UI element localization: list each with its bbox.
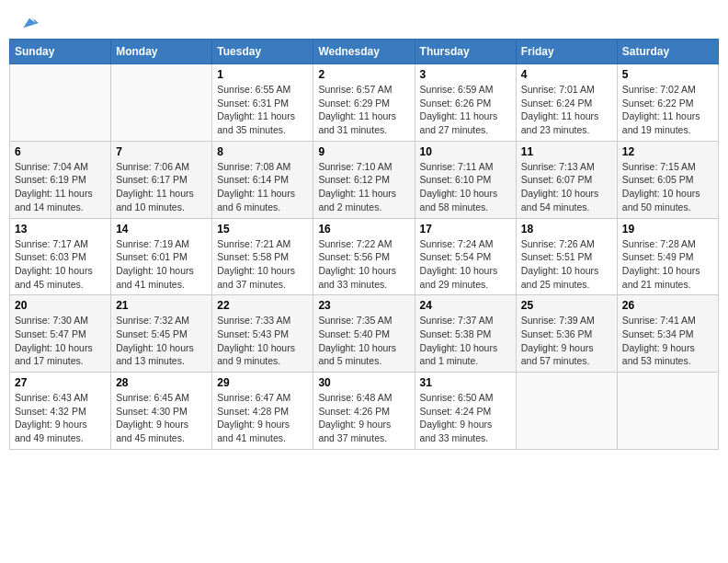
- day-number: 15: [217, 223, 308, 236]
- day-detail: Sunrise: 6:43 AM Sunset: 4:32 PM Dayligh…: [15, 391, 106, 445]
- calendar-day-header: Sunday: [10, 40, 111, 64]
- calendar-cell: 30Sunrise: 6:48 AM Sunset: 4:26 PM Dayli…: [313, 373, 415, 450]
- calendar-cell: 29Sunrise: 6:47 AM Sunset: 4:28 PM Dayli…: [212, 373, 313, 450]
- calendar-cell: 8Sunrise: 7:08 AM Sunset: 6:14 PM Daylig…: [212, 141, 313, 218]
- day-number: 26: [622, 299, 713, 312]
- calendar-week-row: 13Sunrise: 7:17 AM Sunset: 6:03 PM Dayli…: [10, 218, 719, 295]
- day-detail: Sunrise: 7:17 AM Sunset: 6:03 PM Dayligh…: [15, 237, 106, 292]
- day-detail: Sunrise: 6:45 AM Sunset: 4:30 PM Dayligh…: [116, 391, 207, 445]
- calendar-cell: 31Sunrise: 6:50 AM Sunset: 4:24 PM Dayli…: [415, 373, 516, 450]
- day-detail: Sunrise: 7:41 AM Sunset: 5:34 PM Dayligh…: [622, 314, 713, 368]
- calendar-cell: 24Sunrise: 7:37 AM Sunset: 5:38 PM Dayli…: [415, 295, 516, 373]
- day-number: 8: [217, 145, 308, 158]
- calendar-cell: 21Sunrise: 7:32 AM Sunset: 5:45 PM Dayli…: [111, 295, 212, 373]
- logo: [18, 14, 39, 27]
- calendar-cell: [516, 373, 617, 450]
- day-detail: Sunrise: 7:32 AM Sunset: 5:45 PM Dayligh…: [116, 314, 207, 368]
- calendar-cell: 9Sunrise: 7:10 AM Sunset: 6:12 PM Daylig…: [313, 141, 415, 218]
- day-detail: Sunrise: 6:48 AM Sunset: 4:26 PM Dayligh…: [318, 391, 409, 445]
- day-detail: Sunrise: 7:33 AM Sunset: 5:43 PM Dayligh…: [217, 314, 308, 368]
- calendar-cell: 18Sunrise: 7:26 AM Sunset: 5:51 PM Dayli…: [516, 218, 617, 295]
- calendar-cell: 5Sunrise: 7:02 AM Sunset: 6:22 PM Daylig…: [617, 64, 718, 142]
- day-number: 6: [15, 145, 106, 158]
- calendar-cell: 27Sunrise: 6:43 AM Sunset: 4:32 PM Dayli…: [10, 373, 111, 450]
- day-number: 5: [622, 68, 713, 81]
- day-detail: Sunrise: 7:04 AM Sunset: 6:19 PM Dayligh…: [15, 160, 106, 214]
- calendar-cell: 6Sunrise: 7:04 AM Sunset: 6:19 PM Daylig…: [10, 141, 111, 218]
- svg-marker-0: [23, 18, 39, 29]
- day-detail: Sunrise: 6:55 AM Sunset: 6:31 PM Dayligh…: [217, 83, 308, 137]
- day-detail: Sunrise: 7:21 AM Sunset: 5:58 PM Dayligh…: [217, 237, 308, 292]
- day-detail: Sunrise: 7:06 AM Sunset: 6:17 PM Dayligh…: [116, 160, 207, 214]
- calendar-header-row: SundayMondayTuesdayWednesdayThursdayFrid…: [10, 40, 719, 64]
- day-number: 27: [15, 376, 106, 389]
- calendar-cell: 23Sunrise: 7:35 AM Sunset: 5:40 PM Dayli…: [313, 295, 415, 373]
- day-detail: Sunrise: 7:01 AM Sunset: 6:24 PM Dayligh…: [521, 83, 612, 137]
- day-detail: Sunrise: 7:28 AM Sunset: 5:49 PM Dayligh…: [622, 237, 713, 292]
- day-number: 22: [217, 299, 308, 312]
- calendar-day-header: Saturday: [617, 40, 718, 64]
- calendar-cell: 28Sunrise: 6:45 AM Sunset: 4:30 PM Dayli…: [111, 373, 212, 450]
- day-number: 9: [318, 145, 409, 158]
- day-detail: Sunrise: 7:13 AM Sunset: 6:07 PM Dayligh…: [521, 160, 612, 214]
- day-number: 3: [420, 68, 511, 81]
- calendar-week-row: 6Sunrise: 7:04 AM Sunset: 6:19 PM Daylig…: [10, 141, 719, 218]
- day-detail: Sunrise: 6:59 AM Sunset: 6:26 PM Dayligh…: [420, 83, 511, 137]
- calendar-cell: 1Sunrise: 6:55 AM Sunset: 6:31 PM Daylig…: [212, 64, 313, 142]
- day-number: 18: [521, 223, 612, 236]
- day-number: 25: [521, 299, 612, 312]
- day-number: 7: [116, 145, 207, 158]
- day-detail: Sunrise: 7:19 AM Sunset: 6:01 PM Dayligh…: [116, 237, 207, 292]
- day-number: 28: [116, 376, 207, 389]
- day-number: 24: [420, 299, 511, 312]
- calendar-cell: 4Sunrise: 7:01 AM Sunset: 6:24 PM Daylig…: [516, 64, 617, 142]
- calendar-cell: 16Sunrise: 7:22 AM Sunset: 5:56 PM Dayli…: [313, 218, 415, 295]
- day-number: 10: [420, 145, 511, 158]
- day-detail: Sunrise: 6:47 AM Sunset: 4:28 PM Dayligh…: [217, 391, 308, 445]
- calendar-day-header: Wednesday: [313, 40, 415, 64]
- day-number: 13: [15, 223, 106, 236]
- day-detail: Sunrise: 6:57 AM Sunset: 6:29 PM Dayligh…: [318, 83, 409, 137]
- day-detail: Sunrise: 7:35 AM Sunset: 5:40 PM Dayligh…: [318, 314, 409, 368]
- day-detail: Sunrise: 7:30 AM Sunset: 5:47 PM Dayligh…: [15, 314, 106, 368]
- calendar-cell: 25Sunrise: 7:39 AM Sunset: 5:36 PM Dayli…: [516, 295, 617, 373]
- day-number: 2: [318, 68, 409, 81]
- calendar-cell: [10, 64, 111, 142]
- day-number: 17: [420, 223, 511, 236]
- day-detail: Sunrise: 7:26 AM Sunset: 5:51 PM Dayligh…: [521, 237, 612, 292]
- day-detail: Sunrise: 7:24 AM Sunset: 5:54 PM Dayligh…: [420, 237, 511, 292]
- calendar-cell: 3Sunrise: 6:59 AM Sunset: 6:26 PM Daylig…: [415, 64, 516, 142]
- calendar-cell: 10Sunrise: 7:11 AM Sunset: 6:10 PM Dayli…: [415, 141, 516, 218]
- calendar-week-row: 20Sunrise: 7:30 AM Sunset: 5:47 PM Dayli…: [10, 295, 719, 373]
- calendar-cell: 13Sunrise: 7:17 AM Sunset: 6:03 PM Dayli…: [10, 218, 111, 295]
- day-detail: Sunrise: 7:22 AM Sunset: 5:56 PM Dayligh…: [318, 237, 409, 292]
- day-detail: Sunrise: 7:10 AM Sunset: 6:12 PM Dayligh…: [318, 160, 409, 214]
- calendar-cell: 12Sunrise: 7:15 AM Sunset: 6:05 PM Dayli…: [617, 141, 718, 218]
- day-number: 12: [622, 145, 713, 158]
- day-detail: Sunrise: 7:02 AM Sunset: 6:22 PM Dayligh…: [622, 83, 713, 137]
- day-detail: Sunrise: 7:39 AM Sunset: 5:36 PM Dayligh…: [521, 314, 612, 368]
- day-detail: Sunrise: 7:11 AM Sunset: 6:10 PM Dayligh…: [420, 160, 511, 214]
- calendar-cell: 17Sunrise: 7:24 AM Sunset: 5:54 PM Dayli…: [415, 218, 516, 295]
- day-number: 19: [622, 223, 713, 236]
- calendar-cell: 14Sunrise: 7:19 AM Sunset: 6:01 PM Dayli…: [111, 218, 212, 295]
- calendar-week-row: 27Sunrise: 6:43 AM Sunset: 4:32 PM Dayli…: [10, 373, 719, 450]
- calendar-day-header: Monday: [111, 40, 212, 64]
- calendar-day-header: Tuesday: [212, 40, 313, 64]
- day-number: 21: [116, 299, 207, 312]
- day-number: 1: [217, 68, 308, 81]
- calendar-cell: 19Sunrise: 7:28 AM Sunset: 5:49 PM Dayli…: [617, 218, 718, 295]
- calendar-cell: [617, 373, 718, 450]
- calendar-cell: 11Sunrise: 7:13 AM Sunset: 6:07 PM Dayli…: [516, 141, 617, 218]
- calendar-cell: 22Sunrise: 7:33 AM Sunset: 5:43 PM Dayli…: [212, 295, 313, 373]
- day-number: 29: [217, 376, 308, 389]
- calendar-cell: 7Sunrise: 7:06 AM Sunset: 6:17 PM Daylig…: [111, 141, 212, 218]
- calendar-cell: [111, 64, 212, 142]
- day-detail: Sunrise: 7:37 AM Sunset: 5:38 PM Dayligh…: [420, 314, 511, 368]
- day-detail: Sunrise: 7:15 AM Sunset: 6:05 PM Dayligh…: [622, 160, 713, 214]
- calendar-day-header: Friday: [516, 40, 617, 64]
- calendar-cell: 2Sunrise: 6:57 AM Sunset: 6:29 PM Daylig…: [313, 64, 415, 142]
- calendar-cell: 15Sunrise: 7:21 AM Sunset: 5:58 PM Dayli…: [212, 218, 313, 295]
- calendar-day-header: Thursday: [415, 40, 516, 64]
- calendar-cell: 26Sunrise: 7:41 AM Sunset: 5:34 PM Dayli…: [617, 295, 718, 373]
